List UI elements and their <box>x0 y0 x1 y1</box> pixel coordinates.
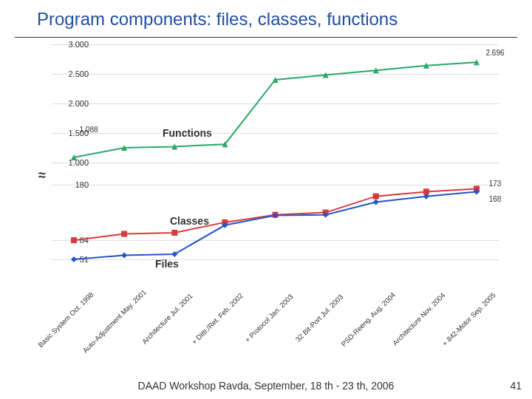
series-label-files: Files <box>155 258 179 270</box>
value-label: 1.088 <box>79 126 98 134</box>
value-label: 2.696 <box>485 49 504 57</box>
data-marker <box>71 256 77 262</box>
footer-text: DAAD Workshop Ravda, September, 18 th - … <box>0 380 532 392</box>
page-title: Program components: files, classes, func… <box>37 9 398 30</box>
value-label: 173 <box>489 180 502 188</box>
data-marker <box>171 251 177 257</box>
series-line <box>74 191 477 259</box>
series-label-functions: Functions <box>163 127 212 139</box>
page-number: 41 <box>510 380 522 392</box>
data-marker <box>171 230 177 236</box>
data-marker <box>71 237 77 243</box>
value-label: 168 <box>489 195 502 203</box>
data-marker <box>373 194 379 200</box>
divider <box>15 37 517 38</box>
series-label-classes: Classes <box>170 215 209 227</box>
data-marker <box>121 253 127 259</box>
data-marker <box>373 199 379 205</box>
chart-area: 3.000 2.500 2.000 1.500 1.000 ≈ 180 84 5… <box>22 41 510 344</box>
series-line <box>74 62 477 157</box>
data-marker <box>121 231 127 237</box>
chart-svg <box>52 44 499 310</box>
